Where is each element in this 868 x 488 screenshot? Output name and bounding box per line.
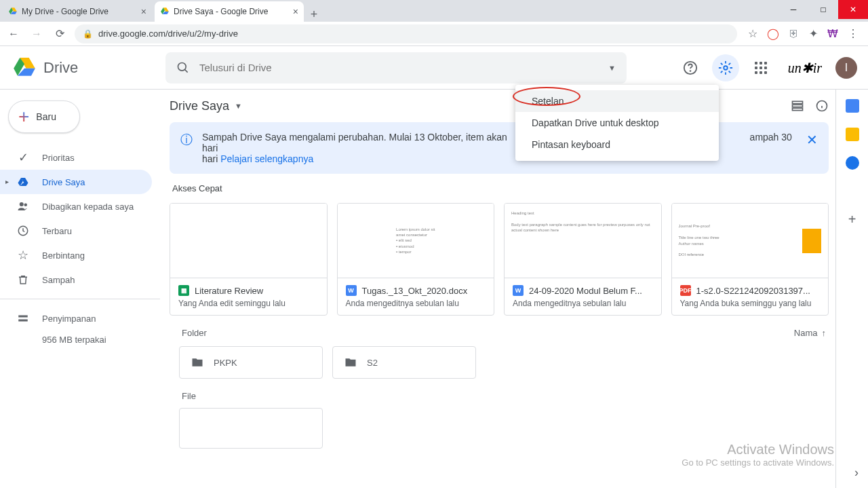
window-maximize[interactable]: □ bbox=[808, 0, 838, 19]
sidebar-item-label: Drive Saya bbox=[42, 177, 85, 187]
sidebar-item-priority[interactable]: ✓ Prioritas bbox=[0, 145, 152, 170]
svg-point-0 bbox=[178, 62, 186, 71]
extensions-icon[interactable]: ✦ bbox=[809, 27, 818, 40]
browser-menu-icon[interactable]: ⋮ bbox=[848, 27, 859, 40]
search-input[interactable] bbox=[199, 62, 599, 73]
drive-icon bbox=[16, 176, 30, 188]
drive-logo[interactable]: Drive bbox=[11, 54, 160, 81]
file-thumbnail: Heading textBody text paragraph sample c… bbox=[505, 204, 661, 278]
svg-point-3 bbox=[690, 71, 690, 71]
address-bar: ← → ⟳ 🔒 drive.google.com/drive/u/2/my-dr… bbox=[0, 22, 868, 46]
folder-item[interactable]: S2 bbox=[332, 346, 476, 379]
file-subtitle: Anda mengeditnya sebulan lalu bbox=[513, 299, 653, 308]
new-button[interactable]: + Baru bbox=[8, 100, 80, 133]
drive-icon bbox=[11, 54, 38, 81]
url-text: drive.google.com/drive/u/2/my-drive bbox=[98, 29, 238, 39]
list-view-icon[interactable] bbox=[791, 99, 804, 113]
quick-access-card[interactable]: Journal Pre-proofTitle line one two thre… bbox=[671, 203, 829, 316]
search-icon bbox=[176, 61, 190, 75]
svg-rect-9 bbox=[18, 320, 28, 322]
file-subtitle: Anda mengeditnya sebulan lalu bbox=[346, 299, 486, 308]
svg-rect-10 bbox=[793, 101, 803, 103]
search-box[interactable]: ▼ bbox=[165, 52, 627, 83]
sidebar-item-label: Berbintang bbox=[42, 250, 85, 261]
tab-title: Drive Saya - Google Drive bbox=[174, 7, 268, 16]
sidebar-item-starred[interactable]: ☆ Berbintang bbox=[0, 243, 152, 267]
extension-icon[interactable]: ₩ bbox=[827, 27, 838, 40]
apps-button[interactable] bbox=[747, 54, 774, 81]
sort-label: Nama bbox=[794, 328, 818, 338]
svg-rect-12 bbox=[793, 108, 803, 110]
sidebar-item-mydrive[interactable]: Drive Saya bbox=[0, 170, 152, 194]
browser-tab[interactable]: My Drive - Google Drive × bbox=[3, 1, 152, 22]
window-minimize[interactable]: ─ bbox=[778, 0, 808, 19]
new-tab-button[interactable]: + bbox=[304, 7, 324, 22]
quick-access-heading: Akses Cepat bbox=[172, 183, 826, 193]
bookmark-icon[interactable]: ☆ bbox=[748, 27, 757, 40]
organization-logo: un✱ir bbox=[783, 60, 827, 76]
dropdown-item-settings[interactable]: Setelan bbox=[515, 90, 719, 112]
divider bbox=[0, 299, 160, 299]
svg-point-6 bbox=[24, 204, 28, 207]
svg-rect-11 bbox=[793, 105, 803, 107]
tab-title: My Drive - Google Drive bbox=[22, 7, 108, 16]
info-banner: ⓘ Sampah Drive Saya mengalami perubahan.… bbox=[170, 122, 829, 174]
details-icon[interactable] bbox=[815, 99, 829, 113]
forward-button[interactable]: → bbox=[28, 26, 45, 42]
file-grid bbox=[170, 408, 829, 449]
banner-text: Mulai 13 Oktober, item akan bbox=[387, 132, 507, 143]
add-addon-icon[interactable]: + bbox=[848, 212, 856, 227]
extension-icon[interactable]: ⛨ bbox=[789, 28, 800, 40]
sidebar-item-shared[interactable]: Dibagikan kepada saya bbox=[0, 194, 152, 219]
url-field[interactable]: 🔒 drive.google.com/drive/u/2/my-drive bbox=[75, 24, 737, 43]
search-options-icon[interactable]: ▼ bbox=[608, 64, 616, 72]
quick-access-card[interactable]: Lorem ipsum dolor sitamet consectetur▪ e… bbox=[337, 203, 495, 316]
reload-button[interactable]: ⟳ bbox=[52, 26, 68, 42]
quick-access-card[interactable]: ▦Literature Review Yang Anda edit seming… bbox=[170, 203, 328, 316]
storage-icon bbox=[16, 312, 30, 324]
file-item[interactable] bbox=[179, 408, 323, 449]
dropdown-item-shortcuts[interactable]: Pintasan keyboard bbox=[515, 134, 719, 155]
tasks-icon[interactable] bbox=[846, 156, 859, 170]
keep-icon[interactable] bbox=[846, 128, 859, 141]
sidebar-item-recent[interactable]: Terbaru bbox=[0, 219, 152, 243]
plus-icon: + bbox=[18, 106, 29, 128]
banner-link[interactable]: Pelajari selengkapnya bbox=[220, 153, 313, 164]
clock-icon bbox=[16, 225, 30, 237]
close-icon[interactable]: × bbox=[141, 6, 146, 17]
back-button[interactable]: ← bbox=[5, 26, 22, 42]
folder-header: Folder Nama ↑ bbox=[170, 328, 829, 338]
docs-icon: W bbox=[346, 285, 357, 296]
calendar-icon[interactable] bbox=[846, 99, 859, 113]
dropdown-item-desktop[interactable]: Dapatkan Drive untuk desktop bbox=[515, 112, 719, 134]
folder-name: S2 bbox=[367, 358, 378, 368]
chevron-right-icon[interactable]: ▸ bbox=[5, 178, 9, 185]
file-heading: File bbox=[170, 379, 829, 408]
file-thumbnail bbox=[170, 204, 327, 278]
folder-item[interactable]: PKPK bbox=[179, 346, 323, 379]
sidebar-item-label: Penyimpanan bbox=[42, 314, 96, 324]
expand-sidepanel-icon[interactable]: › bbox=[854, 466, 859, 480]
location-title[interactable]: Drive Saya bbox=[170, 99, 229, 113]
close-icon[interactable]: × bbox=[293, 6, 298, 17]
folder-row: PKPK S2 bbox=[170, 346, 829, 379]
support-button[interactable] bbox=[677, 54, 704, 81]
sidebar-item-trash[interactable]: Sampah bbox=[0, 267, 152, 292]
sort-control[interactable]: Nama ↑ bbox=[794, 328, 826, 338]
sidebar-item-label: Sampah bbox=[42, 275, 75, 285]
close-icon[interactable]: ✕ bbox=[806, 132, 818, 148]
quick-access-card[interactable]: Heading textBody text paragraph sample c… bbox=[504, 203, 662, 316]
extension-icon[interactable]: ◯ bbox=[767, 27, 779, 40]
side-panel: + bbox=[835, 90, 868, 488]
settings-button[interactable] bbox=[712, 54, 739, 81]
browser-tab-active[interactable]: Drive Saya - Google Drive × bbox=[155, 1, 304, 22]
account-avatar[interactable]: I bbox=[835, 57, 857, 79]
folder-heading: Folder bbox=[182, 328, 207, 338]
new-button-label: Baru bbox=[36, 111, 56, 122]
arrow-up-icon: ↑ bbox=[822, 328, 827, 338]
sidebar-item-storage[interactable]: Penyimpanan bbox=[0, 306, 152, 331]
file-subtitle: Yang Anda edit seminggu lalu bbox=[178, 299, 319, 308]
chevron-down-icon[interactable]: ▼ bbox=[235, 102, 242, 110]
window-close[interactable]: ✕ bbox=[838, 0, 868, 19]
priority-icon: ✓ bbox=[16, 150, 30, 165]
